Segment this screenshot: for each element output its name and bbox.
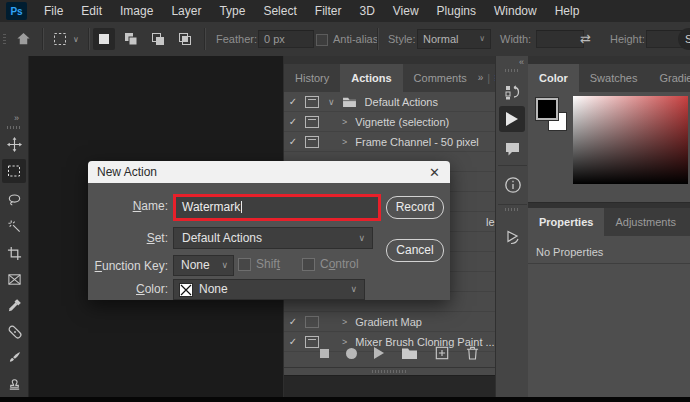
- include-checkmark-icon[interactable]: ✓: [284, 96, 302, 107]
- set-dropdown[interactable]: Default Actions ∨: [173, 227, 373, 249]
- actions-footer: [284, 341, 496, 365]
- chevron-expanded-icon[interactable]: ∨: [328, 97, 335, 107]
- healing-brush-tool[interactable]: [6, 323, 23, 340]
- new-selection-button[interactable]: [93, 28, 115, 50]
- function-key-dropdown[interactable]: None ∨: [173, 255, 234, 276]
- foreground-color-chip[interactable]: [536, 98, 558, 120]
- chevron-collapsed-icon[interactable]: >: [342, 137, 347, 147]
- menu-type[interactable]: Type: [210, 4, 254, 18]
- lasso-tool[interactable]: [6, 191, 23, 208]
- rectangular-marquee-tool[interactable]: [2, 159, 26, 183]
- delete-icon[interactable]: [466, 346, 479, 360]
- antialias-checkbox[interactable]: [316, 34, 328, 46]
- control-checkbox[interactable]: [302, 258, 315, 271]
- add-to-selection-button[interactable]: [120, 28, 142, 50]
- width-input[interactable]: [536, 30, 584, 48]
- menu-view[interactable]: View: [384, 4, 428, 18]
- dialog-toggle-icon[interactable]: [305, 136, 319, 148]
- action-label: Default Actions: [365, 96, 438, 108]
- none-color-swatch-icon: [179, 283, 193, 297]
- antialias-label: Anti-alias: [333, 33, 378, 45]
- move-tool[interactable]: [6, 136, 23, 153]
- panel-resize-grip[interactable]: [372, 370, 406, 373]
- menu-help[interactable]: Help: [546, 4, 589, 18]
- new-set-folder-icon[interactable]: [401, 347, 418, 360]
- menu-3d[interactable]: 3D: [350, 4, 383, 18]
- panel-divider: [284, 367, 496, 368]
- menu-file[interactable]: File: [35, 4, 72, 18]
- chevron-collapsed-icon[interactable]: >: [342, 117, 347, 127]
- color-field[interactable]: [573, 96, 688, 184]
- tab-swatches[interactable]: Swatches: [579, 64, 649, 92]
- photoshop-logo[interactable]: Ps: [6, 2, 27, 20]
- tab-gradients[interactable]: Gradients: [648, 64, 690, 92]
- chevron-collapsed-icon[interactable]: >: [342, 317, 347, 327]
- frame-tool[interactable]: [6, 271, 23, 288]
- eyedropper-tool[interactable]: [6, 297, 23, 314]
- expand-toolbar-icon[interactable]: »: [14, 113, 19, 123]
- dialog-toggle-icon[interactable]: [305, 116, 319, 128]
- tab-color[interactable]: Color: [528, 64, 579, 92]
- action-row-vignette[interactable]: ✓ > Vignette (selection): [284, 112, 496, 132]
- clone-stamp-tool[interactable]: [6, 375, 23, 392]
- crop-tool[interactable]: [6, 245, 23, 262]
- no-properties-text: No Properties: [536, 246, 603, 258]
- stop-recording-icon[interactable]: [320, 349, 329, 358]
- action-row-frame-channel[interactable]: ✓ > Frame Channel - 50 pixel: [284, 132, 496, 152]
- magic-wand-tool[interactable]: [6, 218, 23, 235]
- dialog-toggle-icon[interactable]: [305, 316, 319, 328]
- include-checkmark-icon[interactable]: ✓: [284, 316, 302, 327]
- action-row-default-actions[interactable]: ✓ ∨ Default Actions: [284, 92, 496, 112]
- home-icon[interactable]: [16, 31, 31, 46]
- menu-select[interactable]: Select: [254, 4, 305, 18]
- action-label: Gradient Map: [355, 316, 422, 328]
- swap-dimensions-icon[interactable]: ⇄: [580, 31, 591, 46]
- cancel-button[interactable]: Cancel: [386, 239, 444, 262]
- dialog-toggle-icon[interactable]: [305, 96, 319, 108]
- options-bar: ∨ Feather: 0 px Anti-alias Style: Normal…: [0, 22, 690, 57]
- comments-panel-icon[interactable]: [504, 141, 521, 158]
- shift-checkbox[interactable]: [238, 258, 251, 271]
- actions-panel-icon[interactable]: [499, 106, 525, 132]
- include-checkmark-icon[interactable]: ✓: [284, 116, 302, 127]
- color-chips: [536, 98, 574, 136]
- menu-image[interactable]: Image: [111, 4, 162, 18]
- style-dropdown[interactable]: Normal ∨: [417, 29, 491, 49]
- action-name-input[interactable]: Watermark: [173, 194, 381, 221]
- marquee-tool-preset[interactable]: ∨: [52, 31, 79, 47]
- intersect-selection-button[interactable]: [174, 28, 196, 50]
- action-label: Frame Channel - 50 pixel: [355, 136, 479, 148]
- feather-input[interactable]: 0 px: [258, 30, 314, 48]
- record-button[interactable]: Record: [386, 196, 444, 219]
- color-dropdown[interactable]: None ∨: [173, 279, 365, 300]
- properties-panel-tabbar: Properties Adjustments Librar: [528, 208, 690, 236]
- brush-tool[interactable]: [6, 349, 23, 366]
- tab-comments[interactable]: Comments: [403, 64, 478, 92]
- options-separator: [42, 28, 43, 50]
- color-label: Color:: [92, 282, 168, 296]
- color-panel-tabbar: Color Swatches Gradients: [528, 64, 690, 92]
- history-state-panel-icon[interactable]: [504, 228, 521, 245]
- collapse-panels-icon[interactable]: «: [519, 57, 524, 67]
- close-icon[interactable]: ✕: [429, 165, 440, 180]
- menu-plugins[interactable]: Plugins: [428, 4, 485, 18]
- tab-actions[interactable]: Actions: [340, 64, 402, 92]
- panel-dock-header: [284, 56, 496, 64]
- menu-layer[interactable]: Layer: [162, 4, 210, 18]
- tab-adjustments[interactable]: Adjustments: [604, 208, 687, 236]
- tab-properties[interactable]: Properties: [528, 208, 604, 236]
- strip-grip: [505, 208, 520, 211]
- tab-history[interactable]: History: [284, 64, 340, 92]
- subtract-from-selection-button[interactable]: [147, 28, 169, 50]
- begin-recording-icon[interactable]: [346, 348, 357, 359]
- dialog-titlebar[interactable]: New Action ✕: [88, 161, 450, 183]
- new-action-icon[interactable]: [435, 346, 449, 360]
- history-panel-icon[interactable]: [504, 84, 521, 101]
- play-action-icon[interactable]: [374, 347, 384, 359]
- menu-window[interactable]: Window: [485, 4, 546, 18]
- menu-edit[interactable]: Edit: [72, 4, 111, 18]
- menu-filter[interactable]: Filter: [306, 4, 351, 18]
- action-row-gradient-map[interactable]: ✓ > Gradient Map: [284, 312, 496, 332]
- info-panel-icon[interactable]: [504, 176, 521, 193]
- include-checkmark-icon[interactable]: ✓: [284, 136, 302, 147]
